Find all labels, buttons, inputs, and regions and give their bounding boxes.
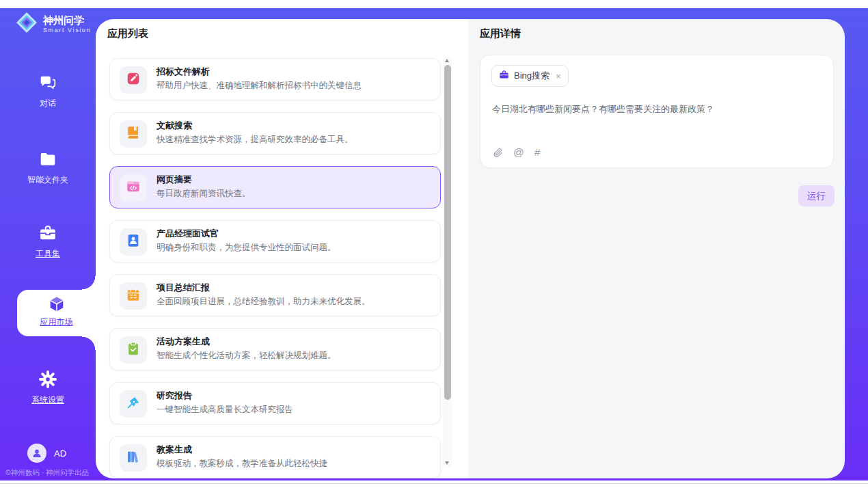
tool-tag-bing-search[interactable]: Bing搜索 ×	[491, 65, 569, 87]
app-card-list: 招标文件解析 帮助用户快速、准确地理解和解析招标书中的关键信息 文献搜索 快速精…	[109, 58, 441, 478]
app-name: 网页摘要	[157, 174, 192, 186]
user-name: AD	[54, 448, 66, 459]
sidebar-item-chat[interactable]: 对话	[0, 74, 96, 109]
app-name: 研究报告	[157, 390, 192, 402]
sidebar-item-settings[interactable]: 系统设置	[0, 370, 96, 406]
app-card[interactable]: 文献搜索 快速精准查找学术资源，提高研究效率的必备工具。	[109, 112, 441, 154]
app-list-panel: 应用列表 招标文件解析 帮助用户快速、准确地理解和解析招标书中的关键信息 文献搜…	[96, 19, 468, 478]
app-card[interactable]: 项目总结汇报 全面回顾项目进展，总结经验教训，助力未来优化发展。	[109, 274, 441, 316]
app-card[interactable]: 活动方案生成 智能生成个性化活动方案，轻松解决规划难题。	[109, 328, 441, 370]
app-desc: 帮助用户快速、准确地理解和解析招标书中的关键信息	[157, 80, 362, 92]
browser-code-icon	[126, 179, 141, 197]
brand-subtitle: Smart Vision	[43, 27, 91, 33]
app-desc: 智能生成个性化活动方案，轻松解决规划难题。	[157, 350, 336, 362]
app-detail-title: 应用详情	[480, 27, 521, 40]
app-card[interactable]: 产品经理面试官 明确身份和职责，为您提供专业性的面试问题。	[109, 220, 441, 262]
app-card[interactable]: 招标文件解析 帮助用户快速、准确地理解和解析招标书中的关键信息	[109, 58, 441, 100]
tab-curve-bottom	[82, 336, 96, 350]
app-name: 教案生成	[157, 444, 192, 456]
close-icon[interactable]: ×	[556, 71, 561, 81]
sidebar-item-label: 对话	[40, 98, 56, 108]
user-account[interactable]: AD	[27, 444, 66, 463]
window-bottom-edge	[0, 483, 868, 484]
input-toolbar: @ #	[492, 147, 540, 158]
briefcase-icon	[499, 70, 509, 83]
clipboard-check-icon	[126, 341, 141, 359]
pen-ink-icon	[126, 395, 141, 413]
sidebar-item-label: 系统设置	[31, 395, 64, 405]
diamond-logo-icon	[15, 11, 38, 37]
sidebar-item-label: 智能文件夹	[27, 175, 68, 185]
scrollbar[interactable]	[443, 56, 452, 467]
calendar-icon	[126, 287, 141, 305]
app-desc: 一键智能生成高质量长文本研究报告	[157, 404, 293, 416]
app-desc: 每日政府新闻资讯快查。	[157, 188, 251, 200]
app-name: 招标文件解析	[157, 66, 210, 78]
brand-logo: 神州问学 Smart Vision	[15, 11, 91, 37]
app-name: 文献搜索	[157, 120, 192, 132]
query-input-card[interactable]: Bing搜索 × 今日湖北有哪些新闻要点？有哪些需要关注的最新政策？ @ #	[480, 55, 834, 168]
app-desc: 明确身份和职责，为您提供专业性的面试问题。	[157, 242, 336, 254]
books-icon	[126, 449, 141, 467]
hash-icon[interactable]: #	[534, 147, 541, 158]
app-window: 神州问学 Smart Vision 对话 智能文件夹 工具集 应用市场 系	[0, 0, 868, 488]
app-desc: 快速精准查找学术资源，提高研究效率的必备工具。	[157, 134, 353, 146]
avatar	[27, 444, 46, 463]
tool-tag-label: Bing搜索	[514, 70, 550, 82]
book-icon	[126, 125, 141, 143]
run-button[interactable]: 运行	[798, 185, 835, 206]
app-name: 产品经理面试官	[157, 228, 219, 240]
app-name: 项目总结汇报	[157, 282, 210, 294]
scrollbar-thumb[interactable]	[444, 65, 451, 400]
app-desc: 全面回顾项目进展，总结经验教训，助力未来优化发展。	[157, 296, 370, 308]
app-list-title: 应用列表	[107, 27, 148, 40]
app-card[interactable]: 网页摘要 每日政府新闻资讯快查。	[109, 166, 441, 208]
query-text: 今日湖北有哪些新闻要点？有哪些需要关注的最新政策？	[492, 103, 820, 116]
sidebar-item-label: 应用市场	[40, 317, 73, 327]
sidebar-item-label: 工具集	[36, 249, 60, 258]
app-card[interactable]: 教案生成 模板驱动，教案秒成，教学准备从此轻松快捷	[109, 436, 441, 478]
gear-icon	[0, 370, 96, 388]
sidebar-item-smart-folder[interactable]: 智能文件夹	[0, 150, 96, 186]
app-name: 活动方案生成	[157, 336, 210, 348]
app-detail-panel: 应用详情 Bing搜索 × 今日湖北有哪些新闻要点？有哪些需要关注的最新政策？ …	[468, 19, 845, 478]
sidebar-item-app-market[interactable]: 应用市场	[17, 290, 96, 336]
copyright-text: ©神州数码 · 神州问学出品	[5, 468, 89, 478]
tab-curve-top	[82, 276, 96, 290]
app-desc: 模板驱动，教案秒成，教学准备从此轻松快捷	[157, 458, 327, 470]
cube-icon	[17, 295, 96, 313]
paperclip-icon[interactable]	[492, 147, 503, 158]
chat-icon	[0, 74, 96, 92]
content-area: 应用列表 招标文件解析 帮助用户快速、准确地理解和解析招标书中的关键信息 文献搜…	[96, 19, 845, 478]
scrollbar-up-arrow[interactable]	[445, 59, 449, 62]
person-doc-icon	[126, 233, 141, 251]
pen-square-icon	[126, 71, 141, 89]
toolbox-icon	[0, 224, 96, 242]
folder-icon	[0, 150, 96, 168]
sidebar-item-toolset[interactable]: 工具集	[0, 224, 96, 260]
brand-name: 神州问学	[43, 14, 91, 26]
scrollbar-down-arrow[interactable]	[445, 461, 449, 465]
at-icon[interactable]: @	[513, 147, 524, 158]
app-card[interactable]: 研究报告 一键智能生成高质量长文本研究报告	[109, 382, 441, 424]
